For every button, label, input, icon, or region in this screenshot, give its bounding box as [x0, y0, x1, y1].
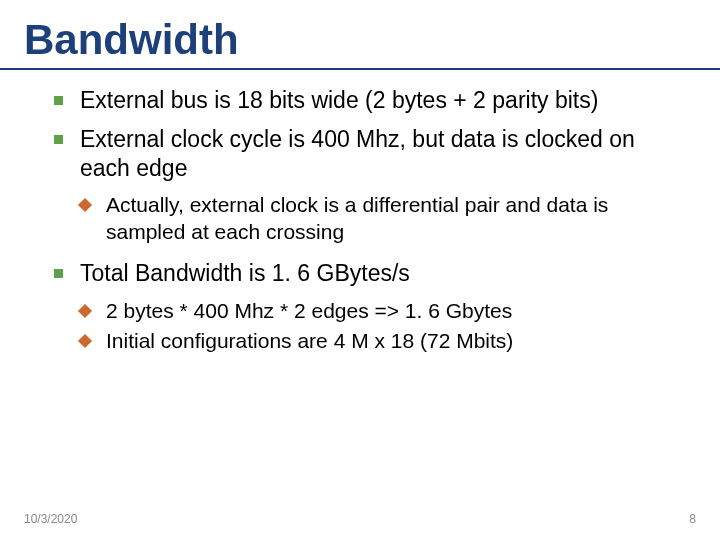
bullet-level2: Actually, external clock is a differenti… — [80, 192, 668, 245]
bullet-level1: Total Bandwidth is 1. 6 GBytes/s — [54, 259, 668, 288]
bullet-level2: 2 bytes * 400 Mhz * 2 edges => 1. 6 Gbyt… — [80, 298, 668, 324]
bullet-text: Initial configurations are 4 M x 18 (72 … — [106, 329, 513, 352]
bullet-text: External clock cycle is 400 Mhz, but dat… — [80, 126, 635, 181]
footer-page-number: 8 — [689, 512, 696, 526]
slide-title: Bandwidth — [0, 0, 720, 62]
footer-date: 10/3/2020 — [24, 512, 77, 526]
bullet-text: External bus is 18 bits wide (2 bytes + … — [80, 87, 598, 113]
bullet-level2: Initial configurations are 4 M x 18 (72 … — [80, 328, 668, 354]
bullet-text: 2 bytes * 400 Mhz * 2 edges => 1. 6 Gbyt… — [106, 299, 512, 322]
bullet-text: Actually, external clock is a differenti… — [106, 193, 608, 242]
bullet-level1: External clock cycle is 400 Mhz, but dat… — [54, 125, 668, 183]
bullet-text: Total Bandwidth is 1. 6 GBytes/s — [80, 260, 410, 286]
slide-body: External bus is 18 bits wide (2 bytes + … — [0, 70, 720, 354]
bullet-level1: External bus is 18 bits wide (2 bytes + … — [54, 86, 668, 115]
slide: Bandwidth External bus is 18 bits wide (… — [0, 0, 720, 540]
